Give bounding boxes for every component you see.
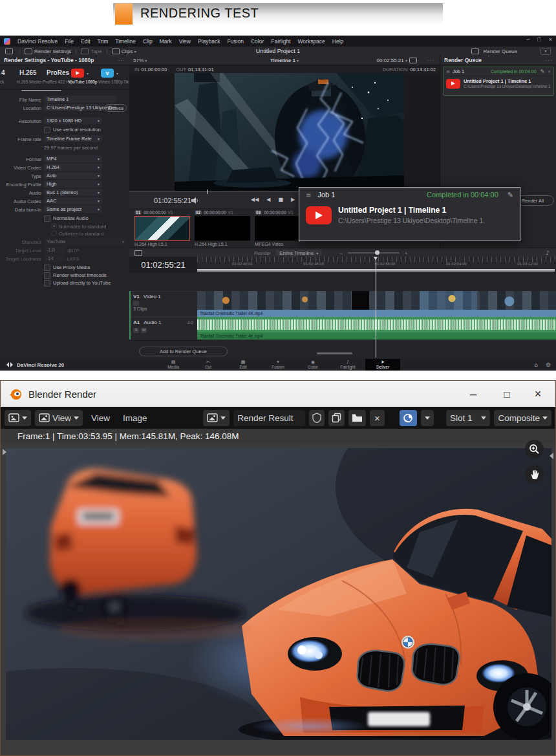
render-queue-menu[interactable]: ··· [546, 57, 553, 63]
presets-scrollbar[interactable] [21, 90, 61, 91]
playhead[interactable] [376, 257, 376, 358]
render-queue-job-card[interactable]: ≡ Job 1 Completed in 00:04:00 ✎ × Untitl… [443, 67, 554, 96]
render-viewport[interactable] [1, 444, 555, 755]
render-without-timecode-checkbox[interactable] [44, 272, 50, 279]
job-completed-popup[interactable]: ≡ Job 1 Completed in 00:04:00 ✎ Untitled… [299, 187, 520, 241]
job-edit-icon[interactable]: ✎ [540, 69, 545, 74]
page-button[interactable]: ✂ Cut [191, 359, 226, 371]
collapse-region-arrow[interactable] [550, 453, 553, 459]
menu-item[interactable]: Workspace [297, 38, 325, 45]
fake-user-button[interactable] [309, 410, 325, 426]
menu-item[interactable]: Clip [143, 38, 153, 45]
render-clip-2[interactable]: 0200:00:00:00V1 H.264 High L5.1 [195, 210, 250, 246]
page-button[interactable]: ◉ Color [295, 359, 330, 371]
blender-close-button[interactable]: × [523, 381, 553, 407]
home-icon[interactable]: ⌂ [534, 362, 538, 368]
render-clip-1[interactable]: 0100:00:00:00V1 H.264 High L5.1 [134, 210, 190, 246]
audio-codec-dropdown[interactable]: AAC▾ [44, 197, 102, 204]
render-pass-dropdown[interactable]: Composite [494, 410, 551, 426]
step-back-button[interactable]: ◀ [266, 197, 270, 202]
volume-icon[interactable] [191, 197, 199, 204]
add-to-render-queue-button[interactable]: Add to Render Queue [139, 347, 228, 356]
resolution-dropdown[interactable]: 1920 x 1080 HD▾ [44, 117, 102, 124]
frame-rate-dropdown[interactable]: Timeline Frame Rate▾ [44, 135, 102, 142]
audio-clip[interactable]: Titanfall Cinematic Trailer 4K.mp4 [197, 317, 556, 340]
duplicate-data-button[interactable] [328, 410, 345, 426]
menu-item[interactable]: Help [332, 38, 343, 45]
menu-item[interactable]: File [65, 38, 74, 45]
stop-button[interactable]: ■ [278, 197, 283, 202]
timeline-options-icon[interactable] [134, 250, 142, 256]
video-codec-dropdown[interactable]: H.264▾ [44, 164, 102, 171]
viewer-timecode[interactable]: 00:02:55:21 ▾ [376, 58, 407, 63]
timeline-zoom-slider[interactable] [348, 252, 400, 254]
slot-dropdown[interactable]: Slot 1 [446, 410, 490, 426]
seek-handle[interactable] [207, 189, 208, 194]
pan-button[interactable] [525, 465, 544, 484]
preset-youtube-chevron[interactable]: ▾ [87, 71, 89, 76]
panel-toggle-button[interactable]: ▾ [540, 48, 551, 55]
image-view-dropdown[interactable]: View [35, 410, 83, 426]
audio-dropdown[interactable]: Bus 1 (Stereo)▾ [44, 189, 102, 196]
target-loudness-input[interactable]: -14 [44, 255, 66, 262]
menu-item[interactable]: View [179, 38, 191, 45]
close-button[interactable]: × [549, 36, 552, 43]
lock-icon[interactable] [133, 301, 139, 306]
upload-youtube-checkbox[interactable] [44, 280, 50, 286]
page-button[interactable]: ♪ Fairlight [330, 359, 365, 371]
settings-panel-menu[interactable]: ··· [118, 57, 126, 63]
data-burn-in-dropdown[interactable]: Same as project▾ [44, 206, 102, 213]
menu-item[interactable]: Timeline [115, 38, 136, 45]
settings-gear-icon[interactable]: ⚙ [546, 362, 551, 368]
page-button[interactable]: ➤ Deliver [365, 359, 400, 371]
job-drag-handle[interactable]: ≡ [446, 69, 450, 74]
format-dropdown[interactable]: MP4▾ [44, 155, 102, 162]
menu-item[interactable]: DaVinci Resolve [17, 38, 58, 45]
target-level-input[interactable]: -1.0 [44, 246, 66, 254]
minimize-button[interactable]: – [526, 36, 529, 43]
blender-minimize-button[interactable]: – [458, 381, 488, 407]
menu-view[interactable]: View [87, 413, 114, 423]
page-button[interactable]: ✦ Fusion [261, 359, 295, 371]
menu-item[interactable]: Color [251, 38, 264, 45]
page-button[interactable]: ▦ Edit [226, 359, 261, 371]
menu-item[interactable]: Edit [81, 38, 91, 45]
preset-vimeo-chevron[interactable]: ▾ [116, 71, 118, 76]
zoom-out-button[interactable]: – [339, 250, 342, 256]
video-clip[interactable]: Titanfall Cinematic Trailer 4K.mp4 [197, 291, 556, 317]
preset-h264[interactable]: 4 [1, 69, 5, 76]
render-queue-toolbar-button[interactable]: Render Queue [471, 49, 517, 54]
use-proxy-checkbox[interactable] [44, 265, 50, 271]
editor-type-dropdown[interactable] [5, 410, 31, 426]
save-icon[interactable] [409, 58, 417, 63]
popup-drag-handle[interactable]: ≡ [306, 191, 311, 199]
expand-region-arrow[interactable] [3, 449, 6, 455]
menu-item[interactable]: Mark [160, 38, 172, 45]
preset-h265[interactable]: H.265 [19, 69, 37, 76]
file-name-input[interactable]: Timeline 1 [44, 96, 116, 103]
preset-vimeo[interactable]: v [101, 69, 114, 78]
normalize-audio-checkbox[interactable] [44, 215, 50, 222]
preset-prores[interactable]: ProRes [47, 69, 69, 76]
blender-maximize-button[interactable]: □ [492, 381, 522, 407]
audio-monitor-icon[interactable]: ♪ [546, 250, 550, 256]
timeline-scrollbar[interactable] [317, 352, 352, 354]
menu-item[interactable]: Playback [198, 38, 220, 45]
encoding-profile-dropdown[interactable]: High▾ [44, 180, 102, 188]
image-pin-toggle[interactable] [400, 410, 417, 426]
solo-button[interactable]: S [133, 328, 139, 333]
zoom-in-button[interactable] [525, 440, 544, 459]
type-dropdown[interactable]: Auto▾ [44, 172, 102, 179]
preset-youtube[interactable] [71, 69, 84, 78]
standard-dropdown[interactable]: YouTube▾ [44, 238, 127, 245]
unlink-datablock-button[interactable]: × [370, 410, 385, 426]
normalize-standard-radio[interactable] [51, 223, 57, 229]
mute-button[interactable]: M [141, 328, 147, 333]
video-preview[interactable] [175, 73, 404, 191]
audio-track-header[interactable]: A1Audio 1 2.0 S M [129, 317, 197, 341]
pin-dropdown[interactable] [421, 410, 434, 426]
page-button[interactable]: ▤ Media [156, 359, 191, 371]
maximize-button[interactable]: □ [537, 36, 540, 43]
datablock-name-field[interactable]: Render Result [233, 410, 305, 426]
browse-button[interactable]: Browse [105, 104, 127, 112]
